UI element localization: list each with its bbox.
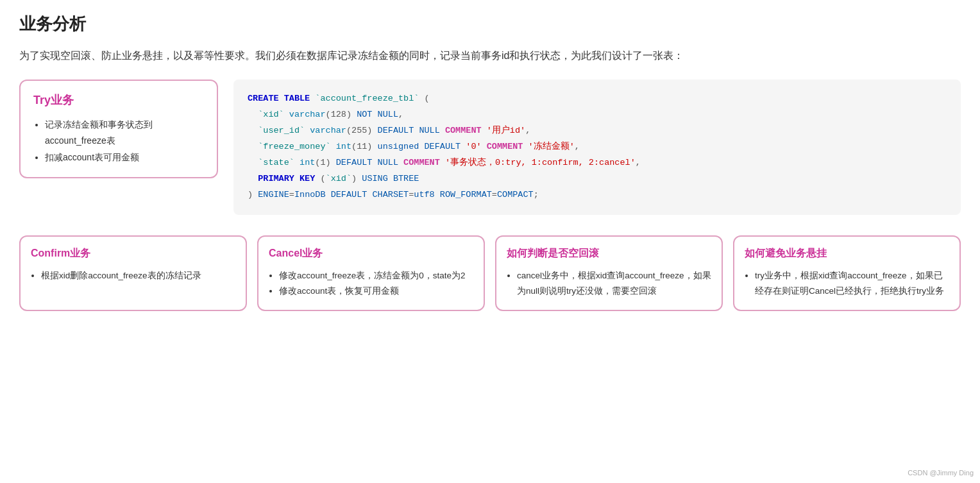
intro-text: 为了实现空回滚、防止业务悬挂，以及幂等性要求。我们必须在数据库记录冻结金额的同时… — [19, 47, 961, 64]
judge-card: 如何判断是否空回滚 cancel业务中，根据xid查询account_freez… — [495, 235, 723, 311]
sql-code-block: CREATE TABLE `account_freeze_tbl` ( `xid… — [233, 80, 961, 215]
list-item: 记录冻结金额和事务状态到account_freeze表 — [45, 117, 204, 149]
judge-card-title: 如何判断是否空回滚 — [507, 247, 711, 260]
list-item: cancel业务中，根据xid查询account_freeze，如果为null则… — [517, 268, 711, 298]
avoid-card-title: 如何避免业务悬挂 — [745, 247, 949, 260]
confirm-card-title: Confirm业务 — [31, 247, 235, 260]
top-section: Try业务 记录冻结金额和事务状态到account_freeze表 扣减acco… — [19, 80, 961, 215]
avoid-card: 如何避免业务悬挂 try业务中，根据xid查询account_freeze，如果… — [733, 235, 961, 311]
try-card: Try业务 记录冻结金额和事务状态到account_freeze表 扣减acco… — [19, 80, 218, 178]
try-card-title: Try业务 — [33, 92, 204, 108]
list-item: 扣减account表可用金额 — [45, 149, 204, 165]
list-item: 根据xid删除account_freeze表的冻结记录 — [41, 268, 235, 284]
confirm-card: Confirm业务 根据xid删除account_freeze表的冻结记录 — [19, 235, 247, 311]
cancel-card-list: 修改account_freeze表，冻结金额为0，state为2 修改accou… — [269, 268, 473, 298]
avoid-card-list: try业务中，根据xid查询account_freeze，如果已经存在则证明Ca… — [745, 268, 949, 298]
list-item: 修改account表，恢复可用金额 — [279, 284, 473, 299]
page-title: 业务分析 — [19, 13, 961, 35]
cancel-card-title: Cancel业务 — [269, 247, 473, 260]
confirm-card-list: 根据xid删除account_freeze表的冻结记录 — [31, 268, 235, 284]
list-item: 修改account_freeze表，冻结金额为0，state为2 — [279, 268, 473, 284]
judge-card-list: cancel业务中，根据xid查询account_freeze，如果为null则… — [507, 268, 711, 298]
try-card-list: 记录冻结金额和事务状态到account_freeze表 扣减account表可用… — [33, 117, 204, 165]
list-item: try业务中，根据xid查询account_freeze，如果已经存在则证明Ca… — [755, 268, 949, 298]
cancel-card: Cancel业务 修改account_freeze表，冻结金额为0，state为… — [257, 235, 485, 311]
bottom-section: Confirm业务 根据xid删除account_freeze表的冻结记录 Ca… — [19, 235, 961, 311]
